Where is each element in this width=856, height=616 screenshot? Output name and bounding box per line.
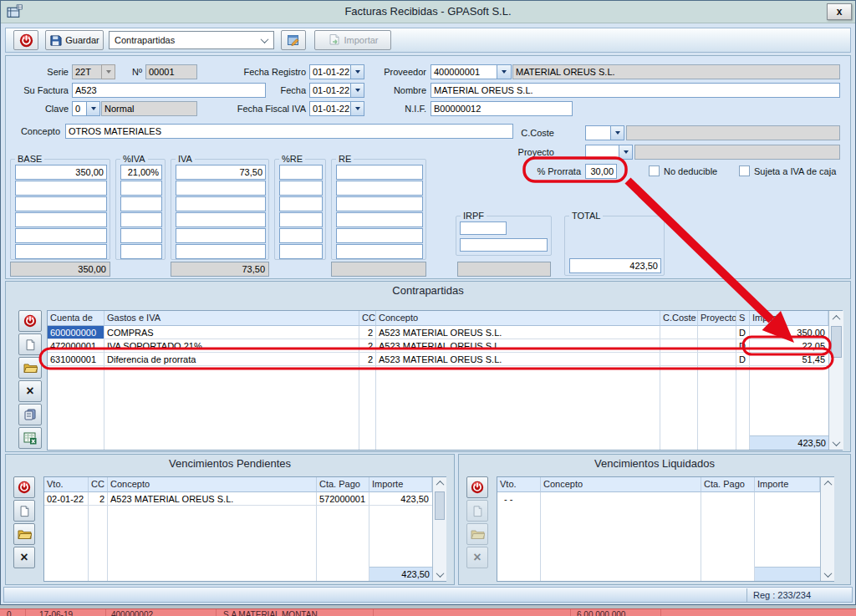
- cell-vto[interactable]: - -: [497, 492, 540, 506]
- scroll-down-button[interactable]: [433, 568, 446, 581]
- fecha-dropdown-button[interactable]: [350, 83, 364, 98]
- pct-iva-row-2[interactable]: [120, 181, 162, 196]
- pendientes-scrollbar[interactable]: [432, 477, 446, 581]
- prorrata-field[interactable]: 30,00: [585, 164, 617, 179]
- fecha-registro-field[interactable]: 01-01-22: [309, 64, 351, 79]
- col-header-importe[interactable]: Importe: [750, 311, 828, 326]
- re-row-4[interactable]: [336, 212, 423, 227]
- base-row-5[interactable]: [15, 228, 107, 243]
- proveedor-dropdown-button[interactable]: [497, 64, 512, 79]
- iva-row-4[interactable]: [176, 212, 266, 227]
- pct-iva-row-6[interactable]: [120, 244, 162, 259]
- proyecto-dropdown-button[interactable]: [619, 145, 633, 160]
- re-row-2[interactable]: [336, 181, 423, 196]
- col-header-vto[interactable]: Vto.: [44, 477, 89, 492]
- pct-re-row-6[interactable]: [279, 244, 323, 259]
- contrapartidas-journal-button[interactable]: [18, 404, 42, 425]
- iva-row-3[interactable]: [176, 196, 266, 211]
- fecha-fiscal-iva-dropdown-button[interactable]: [350, 101, 364, 116]
- contrapartidas-export-excel-button[interactable]: [18, 427, 42, 449]
- col-header-proyecto[interactable]: Proyecto: [698, 311, 736, 326]
- fecha-fiscal-iva-field[interactable]: 01-01-22: [309, 101, 351, 116]
- pct-re-row-3[interactable]: [279, 196, 323, 211]
- base-row-2[interactable]: [15, 181, 107, 196]
- iva-row-5[interactable]: [176, 228, 266, 243]
- pct-re-row-2[interactable]: [279, 181, 323, 196]
- pct-iva-row-4[interactable]: [120, 212, 162, 227]
- pct-iva-row-3[interactable]: [120, 196, 162, 211]
- col-header-ccoste[interactable]: C.Coste: [660, 311, 698, 326]
- col-header-cc[interactable]: CC: [359, 311, 376, 326]
- col-header-gastos[interactable]: Gastos e IVA: [104, 311, 359, 326]
- liquidados-exit-button[interactable]: [466, 476, 488, 498]
- re-row-6[interactable]: [336, 244, 423, 259]
- importar-button[interactable]: Importar: [314, 30, 391, 50]
- scroll-up-button[interactable]: [829, 311, 843, 324]
- contrapartidas-new-button[interactable]: [18, 333, 42, 355]
- nif-field[interactable]: B00000012: [431, 101, 573, 116]
- iva-row-2[interactable]: [176, 181, 266, 196]
- col-header-concepto[interactable]: Concepto: [376, 311, 660, 326]
- c-coste-field[interactable]: [585, 125, 611, 140]
- iva-row-6[interactable]: [176, 244, 266, 259]
- scrollbar-thumb[interactable]: [831, 326, 842, 358]
- pct-re-row-1[interactable]: [279, 165, 323, 180]
- col-header-concepto[interactable]: Concepto: [541, 477, 701, 492]
- re-row-3[interactable]: [336, 196, 423, 211]
- contrapartidas-delete-button[interactable]: ×: [18, 380, 42, 402]
- serie-dropdown-button[interactable]: [101, 64, 115, 79]
- fecha-field[interactable]: 01-01-22: [309, 83, 351, 98]
- nombre-field[interactable]: MATERIAL OREUS S.L.: [431, 83, 840, 98]
- liquidados-scrollbar[interactable]: [820, 477, 834, 581]
- guardar-button[interactable]: Guardar: [45, 30, 104, 50]
- base-row-4[interactable]: [15, 212, 107, 227]
- view-selector-combo[interactable]: Contrapartidas: [109, 31, 274, 49]
- irpf-base-field[interactable]: [460, 238, 548, 252]
- iva-row-1[interactable]: 73,50: [176, 165, 266, 180]
- concepto-field[interactable]: OTROS MATERIALES: [65, 124, 513, 139]
- scroll-down-button[interactable]: [821, 568, 834, 581]
- pct-iva-row-1[interactable]: 21,00%: [120, 165, 162, 180]
- col-header-importe[interactable]: Importe: [369, 477, 432, 492]
- col-header-cta-pago[interactable]: Cta. Pago: [701, 477, 755, 492]
- scroll-down-button[interactable]: [829, 436, 843, 450]
- col-header-cc[interactable]: CC: [89, 477, 108, 492]
- pendientes-new-button[interactable]: [13, 500, 35, 522]
- scroll-up-button[interactable]: [433, 477, 446, 490]
- contrapartidas-scrollbar[interactable]: [828, 311, 843, 450]
- re-row-1[interactable]: [336, 165, 423, 180]
- pct-iva-row-5[interactable]: [120, 228, 162, 243]
- proveedor-code-field[interactable]: 400000001: [431, 64, 497, 79]
- contrapartidas-open-button[interactable]: [18, 357, 42, 379]
- pct-re-row-4[interactable]: [279, 212, 323, 227]
- total-field[interactable]: 423,50: [569, 258, 661, 273]
- pct-re-row-5[interactable]: [279, 228, 323, 243]
- close-button[interactable]: x: [827, 3, 852, 20]
- scrollbar-thumb[interactable]: [435, 491, 445, 520]
- re-row-5[interactable]: [336, 228, 423, 243]
- clave-dropdown-button[interactable]: [86, 101, 100, 116]
- proyecto-field[interactable]: [585, 145, 619, 160]
- irpf-pct-field[interactable]: [460, 221, 507, 235]
- pendientes-open-button[interactable]: [13, 523, 35, 545]
- liquidados-delete-button[interactable]: ×: [466, 547, 488, 568]
- pendientes-exit-button[interactable]: [13, 476, 35, 498]
- sujeta-iva-caja-checkbox[interactable]: [739, 165, 750, 176]
- col-header-cuenta[interactable]: Cuenta de: [48, 311, 104, 326]
- liquidados-new-button[interactable]: [466, 500, 488, 522]
- fecha-registro-dropdown-button[interactable]: [350, 64, 364, 79]
- col-header-vto[interactable]: Vto.: [497, 477, 541, 492]
- base-row-3[interactable]: [15, 196, 107, 211]
- col-header-s[interactable]: S: [736, 311, 750, 326]
- c-coste-dropdown-button[interactable]: [610, 125, 624, 140]
- serie-field[interactable]: 22T: [72, 64, 102, 79]
- base-row-6[interactable]: [15, 244, 107, 259]
- col-header-concepto[interactable]: Concepto: [108, 477, 317, 492]
- pendientes-delete-button[interactable]: ×: [13, 547, 35, 568]
- clave-code-field[interactable]: 0: [72, 101, 87, 116]
- no-deducible-checkbox[interactable]: [649, 165, 660, 176]
- col-header-cta-pago[interactable]: Cta. Pago: [317, 477, 369, 492]
- col-header-importe[interactable]: Importe: [755, 477, 820, 492]
- numero-field[interactable]: 00001: [145, 64, 197, 79]
- contrapartidas-exit-button[interactable]: [18, 310, 42, 332]
